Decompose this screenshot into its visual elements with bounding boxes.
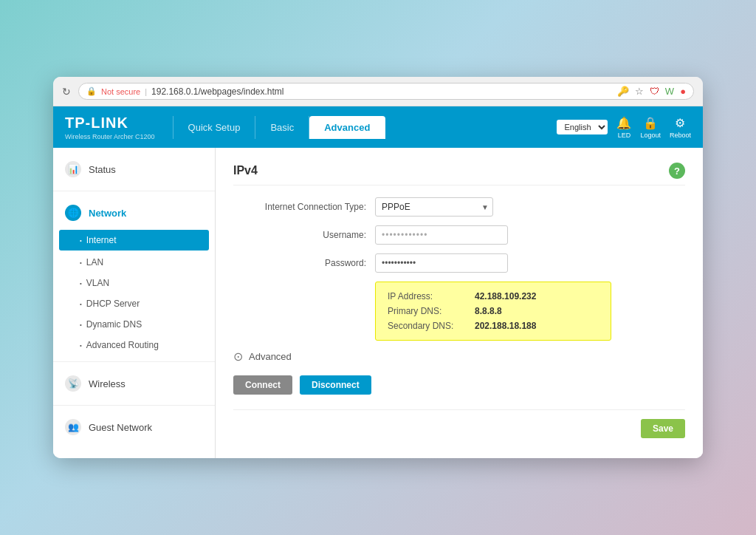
bullet-icon: • [80, 321, 82, 328]
ext-icon3: ● [680, 86, 686, 97]
sidebar-guest-label: Guest Network [89, 422, 152, 433]
tab-quick-setup[interactable]: Quick Setup [173, 116, 256, 139]
logout-icon: 🔒 [643, 116, 658, 130]
primary-dns-value: 8.8.8.8 [475, 306, 502, 316]
led-button[interactable]: 🔔 LED [616, 116, 631, 139]
password-label: Password: [233, 258, 366, 268]
tab-advanced[interactable]: Advanced [309, 116, 385, 139]
main-layout: 📊 Status 🌐 Network • Internet • LAN • VL… [53, 148, 703, 458]
connection-type-row: Internet Connection Type: PPPoE Dynamic … [233, 197, 685, 217]
ext-icon2: W [665, 86, 674, 97]
primary-dns-row: Primary DNS: 8.8.8.8 [388, 306, 599, 316]
star-icon[interactable]: ☆ [635, 86, 644, 97]
sidebar-network-label: Network [89, 208, 126, 219]
secondary-dns-label: Secondary DNS: [388, 321, 469, 331]
not-secure-label: 🔒 [86, 86, 97, 96]
bullet-icon: • [80, 259, 82, 266]
connection-type-label: Internet Connection Type: [233, 202, 366, 212]
url-text: 192.168.0.1/webpages/index.html [151, 86, 284, 97]
advanced-toggle-label: Advanced [249, 351, 292, 362]
browser-window: ↻ 🔒 Not secure | 192.168.0.1/webpages/in… [53, 77, 703, 458]
sidebar-item-wireless[interactable]: 📡 Wireless [53, 368, 215, 399]
bullet-icon: • [80, 280, 82, 287]
led-label: LED [618, 132, 631, 139]
action-buttons: Connect Disconnect [233, 375, 685, 395]
top-nav: TP-LINK Wireless Router Archer C1200 Qui… [53, 106, 703, 148]
tab-basic[interactable]: Basic [255, 116, 309, 139]
info-box: IP Address: 42.188.109.232 Primary DNS: … [375, 282, 611, 341]
submenu-item-vlan[interactable]: • VLAN [53, 273, 215, 293]
status-icon: 📊 [65, 161, 81, 177]
sidebar: 📊 Status 🌐 Network • Internet • LAN • VL… [53, 148, 216, 458]
username-row: Username: [233, 225, 685, 245]
ip-address-label: IP Address: [388, 291, 469, 301]
bullet-icon: • [80, 237, 82, 244]
reboot-label: Reboot [670, 132, 691, 139]
help-icon[interactable]: ? [669, 163, 685, 179]
tp-link-subtitle: Wireless Router Archer C1200 [65, 133, 155, 140]
ext-icon1: 🛡 [650, 86, 659, 97]
submenu-item-lan[interactable]: • LAN [53, 252, 215, 273]
reboot-icon: ⚙ [675, 116, 685, 130]
submenu-item-dhcp[interactable]: • DHCP Server [53, 293, 215, 314]
username-label: Username: [233, 230, 366, 240]
wireless-icon: 📡 [65, 375, 81, 392]
sidebar-item-guest-network[interactable]: 👥 Guest Network [53, 412, 215, 443]
submenu-item-ddns[interactable]: • Dynamic DNS [53, 314, 215, 335]
connection-type-select-wrap: PPPoE Dynamic IP Static IP L2TP PPTP ▼ [375, 197, 493, 217]
address-bar[interactable]: 🔒 Not secure | 192.168.0.1/webpages/inde… [78, 83, 694, 100]
content-area: IPv4 ? Internet Connection Type: PPPoE D… [216, 148, 703, 458]
ip-address-row: IP Address: 42.188.109.232 [388, 291, 599, 301]
save-row: Save [233, 409, 685, 438]
logout-label: Logout [640, 132, 661, 139]
refresh-icon[interactable]: ↻ [62, 86, 71, 98]
username-input[interactable] [375, 225, 508, 245]
ip-address-value: 42.188.109.232 [475, 291, 536, 301]
sidebar-item-status[interactable]: 📊 Status [53, 154, 215, 185]
sidebar-item-network[interactable]: 🌐 Network [53, 197, 215, 228]
save-button[interactable]: Save [641, 419, 685, 438]
page-title: IPv4 [233, 164, 258, 177]
language-select[interactable]: English [557, 120, 608, 134]
advanced-toggle[interactable]: ⊙ Advanced [233, 350, 685, 364]
submenu-lan-label: LAN [86, 257, 103, 268]
key-icon: 🔑 [617, 86, 629, 97]
connect-button[interactable]: Connect [233, 375, 292, 395]
secondary-dns-value: 202.188.18.188 [475, 321, 536, 331]
browser-bar: ↻ 🔒 Not secure | 192.168.0.1/webpages/in… [53, 77, 703, 106]
submenu-item-routing[interactable]: • Advanced Routing [53, 335, 215, 355]
guest-network-icon: 👥 [65, 419, 81, 435]
content-title: IPv4 ? [233, 163, 685, 185]
network-icon: 🌐 [65, 205, 81, 221]
secondary-dns-row: Secondary DNS: 202.188.18.188 [388, 321, 599, 331]
bullet-icon: • [80, 301, 82, 307]
not-secure-text: Not secure [101, 87, 140, 96]
sidebar-wireless-label: Wireless [89, 378, 126, 389]
browser-url-icons: 🔑 ☆ 🛡 W ● [617, 86, 686, 97]
nav-tabs: Quick Setup Basic Advanced [173, 116, 557, 139]
logout-button[interactable]: 🔒 Logout [640, 116, 661, 139]
nav-right: English 🔔 LED 🔒 Logout ⚙ Reboot [557, 116, 691, 139]
submenu-ddns-label: Dynamic DNS [86, 319, 142, 330]
connection-type-select[interactable]: PPPoE Dynamic IP Static IP L2TP PPTP [375, 197, 493, 217]
primary-dns-label: Primary DNS: [388, 306, 469, 316]
bullet-icon: • [80, 342, 82, 349]
password-input[interactable] [375, 253, 508, 273]
led-icon: 🔔 [616, 116, 631, 130]
disconnect-button[interactable]: Disconnect [300, 375, 371, 395]
submenu-vlan-label: VLAN [86, 278, 109, 288]
submenu-routing-label: Advanced Routing [86, 340, 159, 350]
reboot-button[interactable]: ⚙ Reboot [670, 116, 691, 139]
submenu-item-internet[interactable]: • Internet [59, 230, 209, 251]
submenu-internet-label: Internet [86, 235, 117, 245]
tp-link-logo: TP-LINK [65, 115, 152, 132]
password-row: Password: [233, 253, 685, 273]
logo-block: TP-LINK Wireless Router Archer C1200 [65, 115, 155, 140]
submenu-dhcp-label: DHCP Server [86, 299, 140, 309]
chevron-circle-icon: ⊙ [233, 350, 243, 364]
sidebar-status-label: Status [89, 164, 116, 175]
